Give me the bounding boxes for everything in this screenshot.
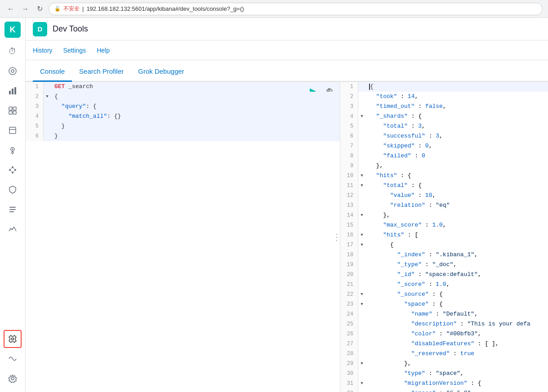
sidebar: K ⏱ (0, 18, 26, 392)
line-content-6: } (51, 131, 58, 141)
url-text: 192.168.182.132:5601/app/kibana#/dev_too… (86, 5, 244, 12)
sidebar-item-settings[interactable] (4, 370, 22, 388)
sidebar-item-canvas[interactable] (4, 121, 22, 139)
resize-handle[interactable]: ⋮ (334, 82, 340, 392)
output-line-20: 20 "_id" : "space:default", (340, 270, 548, 280)
sidebar-item-discover[interactable] (4, 62, 22, 80)
output-line-28: 28 "_reserved" : true (340, 349, 548, 359)
sidebar-item-monitoring[interactable] (4, 350, 22, 368)
back-button[interactable]: ← (5, 4, 16, 14)
nav-history[interactable]: History (33, 45, 53, 56)
sidebar-item-maps[interactable] (4, 141, 22, 159)
app-title: Dev Tools (53, 24, 88, 34)
editor-line-5: 5 } (26, 121, 340, 131)
output-line-16: 16 ▼ "hits" : [ (340, 230, 548, 240)
nav-settings[interactable]: Settings (63, 45, 86, 56)
sidebar-item-visualize[interactable] (4, 82, 22, 100)
output-line-4: 4 ▼ "_shards" : { (340, 111, 548, 121)
apm-icon (8, 225, 17, 234)
dashboard-icon (8, 106, 17, 115)
output-line-6: 6 "successful" : 3, (340, 131, 548, 141)
settings-icon (8, 374, 17, 383)
svg-rect-3 (12, 89, 13, 94)
svg-point-1 (11, 70, 14, 72)
output-line-11: 11 ▼ "total" : { (340, 181, 548, 191)
editor-line-2: 2 ▼ { (26, 92, 340, 102)
monitoring-icon (8, 354, 17, 363)
output-line-1: 1 { (340, 82, 548, 92)
app-header: D Dev Tools (26, 18, 548, 40)
output-line-17: 17 ▼ { (340, 240, 548, 250)
output-editor: 1 { 2 "took" : 14, 3 "timed_o (340, 82, 548, 392)
output-line-7: 7 "skipped" : 0, (340, 141, 548, 151)
discover-icon (8, 67, 17, 76)
ml-icon (8, 165, 17, 174)
output-line-10: 10 ▼ "hits" : { (340, 171, 548, 181)
maps-icon (8, 146, 17, 155)
output-line-2: 2 "took" : 14, (340, 92, 548, 102)
dev-letter: D (38, 25, 43, 33)
svg-point-25 (11, 377, 14, 380)
editor-line-6: 6 } (26, 131, 340, 141)
svg-rect-2 (9, 91, 11, 94)
security-icon: 🔓 (54, 6, 61, 12)
output-line-14: 14 ▼ }, (340, 210, 548, 220)
editor-line-1: 1 GET _search ▶ (26, 82, 340, 92)
output-line-26: 26 "color" : "#00bfb3", (340, 329, 548, 339)
output-line-12: 12 "value" : 10, (340, 191, 548, 200)
kibana-letter: K (10, 25, 16, 35)
sidebar-item-dashboard[interactable] (4, 102, 22, 120)
insecure-label: 不安全 (63, 5, 80, 13)
output-line-5: 5 "total" : 3, (340, 121, 548, 131)
right-pane[interactable]: 1 { 2 "took" : 14, 3 "timed_o (340, 82, 548, 392)
line-num-5: 5 (26, 121, 44, 131)
output-line-9: 9 }, (340, 161, 548, 171)
svg-rect-5 (9, 107, 12, 110)
output-line-19: 19 "_type" : "_doc", (340, 260, 548, 270)
top-nav: History Settings Help (26, 40, 548, 60)
tabs-bar: Console Search Profiler Grok Debugger (26, 60, 548, 82)
output-line-15: 15 "max_score" : 1.0, (340, 220, 548, 230)
tab-console[interactable]: Console (33, 62, 72, 82)
sidebar-item-ml[interactable] (4, 161, 22, 179)
line-num-4: 4 (26, 111, 44, 121)
svg-rect-7 (9, 111, 12, 114)
line-num-3: 3 (26, 102, 44, 111)
left-pane: 1 GET _search ▶ 2 ▼ (26, 82, 340, 392)
editor-line-4: 4 "match_all": {} (26, 111, 340, 121)
output-line-18: 18 "_index" : ".kibana_1", (340, 250, 548, 260)
line-arrow-2: ▼ (44, 92, 51, 102)
url-separator: | (82, 5, 84, 12)
tab-grok-debugger[interactable]: Grok Debugger (131, 62, 192, 82)
forward-button[interactable]: → (20, 4, 31, 14)
address-bar[interactable]: 🔓 不安全 | 192.168.182.132:5601/app/kibana#… (49, 3, 543, 15)
svg-line-19 (13, 170, 15, 173)
sidebar-item-apm[interactable] (4, 220, 22, 238)
line-num-1: 1 (26, 82, 44, 92)
svg-rect-21 (9, 207, 16, 208)
svg-point-0 (9, 67, 16, 75)
line-content-3: "query": { (51, 102, 97, 111)
svg-point-12 (12, 149, 13, 150)
line-num-6: 6 (26, 131, 44, 141)
editor-line-3: 3 "query": { (26, 102, 340, 111)
sidebar-item-devtools[interactable] (4, 330, 22, 348)
canvas-icon (8, 126, 17, 135)
output-line-8: 8 "failed" : 0 (340, 151, 548, 161)
line-content-4: "match_all": {} (51, 111, 121, 121)
reload-button[interactable]: ↻ (34, 4, 45, 14)
tab-search-profiler[interactable]: Search Profiler (72, 62, 131, 82)
line-content-1: GET _search (51, 82, 93, 92)
browser-bar: ← → ↻ 🔓 不安全 | 192.168.182.132:5601/app/k… (0, 0, 548, 18)
output-line-21: 21 "_score" : 1.0, (340, 280, 548, 290)
output-line-30: 30 "type" : "space", (340, 369, 548, 379)
nav-help[interactable]: Help (97, 45, 110, 56)
sidebar-item-clock[interactable]: ⏱ (4, 42, 22, 60)
sidebar-item-logs[interactable] (4, 200, 22, 218)
code-editor[interactable]: 1 GET _search ▶ 2 ▼ (26, 82, 340, 392)
output-line-22: 22 ▼ "_source" : { (340, 290, 548, 299)
sidebar-item-security[interactable] (4, 181, 22, 199)
logs-icon (8, 205, 17, 214)
svg-line-17 (10, 167, 13, 170)
kibana-logo[interactable]: K (4, 22, 21, 38)
